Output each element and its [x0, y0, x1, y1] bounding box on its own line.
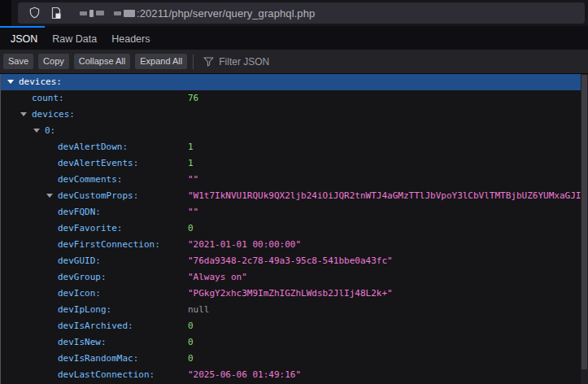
- twisty-spacer: [46, 322, 53, 329]
- twisty-icon[interactable]: [20, 111, 27, 117]
- scrollbar[interactable]: [581, 74, 588, 384]
- twisty-spacer: [46, 290, 53, 296]
- json-key: devGroup:: [58, 272, 107, 282]
- twisty-spacer: [46, 371, 53, 377]
- twisty-spacer: [46, 257, 53, 264]
- json-key: devAlertDown:: [58, 142, 128, 152]
- json-value: 0: [188, 351, 194, 367]
- twisty-spacer: [46, 241, 53, 247]
- json-key: devFQDN:: [58, 207, 101, 217]
- json-row[interactable]: devIsNew:0: [1, 334, 588, 351]
- json-key: devIcon:: [58, 288, 101, 299]
- tab-raw-data[interactable]: Raw Data: [45, 26, 104, 50]
- json-row[interactable]: devFavorite:0: [1, 220, 588, 237]
- json-row[interactable]: 0:: [1, 123, 588, 139]
- json-row[interactable]: devIsRandomMac:0: [1, 351, 588, 367]
- toolbar-separator: [193, 55, 194, 69]
- json-key: count:: [32, 93, 64, 103]
- json-key: devFirstConnection:: [58, 239, 160, 250]
- json-value: 0: [188, 334, 194, 351]
- twisty-spacer: [20, 94, 27, 101]
- json-row[interactable]: devCustomProps:"W1t7IkNVU1RQUk9QX2ljb24i…: [1, 188, 588, 204]
- json-row[interactable]: devComments:"": [1, 172, 588, 188]
- json-key: devCustomProps:: [58, 190, 138, 201]
- redacted-host: [80, 10, 135, 17]
- json-row[interactable]: devFQDN:"": [1, 204, 588, 220]
- json-value: "PGkgY2xhc3M9ImZhIGZhLWdsb2JlIj48L2k+": [188, 286, 393, 302]
- json-row[interactable]: devIcon:"PGkgY2xhc3M9ImZhIGZhLWdsb2JlIj4…: [1, 286, 588, 302]
- json-key: 0:: [45, 125, 55, 136]
- save-button[interactable]: Save: [3, 54, 33, 69]
- window-edge: [0, 0, 11, 26]
- browser-chrome: :20211/php/server/query_graphql.php: [0, 0, 588, 26]
- json-value: "2021-01-01 00:00:00": [188, 237, 301, 253]
- json-row[interactable]: devGroup:"Always on": [1, 269, 588, 286]
- json-value: "2025-06-06 01:49:16": [188, 367, 301, 383]
- twisty-spacer: [46, 143, 53, 150]
- json-viewer: devices:count:76devices:0:devAlertDown:1…: [0, 74, 588, 384]
- json-tree-rows: devices:count:76devices:0:devAlertDown:1…: [1, 74, 588, 383]
- twisty-icon[interactable]: [46, 192, 53, 199]
- url-bar[interactable]: :20211/php/server/query_graphql.php: [18, 2, 585, 24]
- json-key: devLastConnection:: [58, 369, 155, 380]
- json-row[interactable]: devLastConnection:"2025-06-06 01:49:16": [1, 367, 588, 383]
- json-row[interactable]: devices:: [1, 74, 588, 90]
- copy-button[interactable]: Copy: [38, 54, 69, 69]
- twisty-spacer: [46, 159, 53, 166]
- collapse-all-button[interactable]: Collapse All: [74, 54, 130, 69]
- json-key: devComments:: [58, 174, 122, 185]
- twisty-spacer: [46, 176, 53, 182]
- json-row[interactable]: devAlertEvents:1: [1, 155, 588, 172]
- json-key: devIpLong:: [58, 304, 111, 315]
- json-value: 76: [188, 90, 198, 107]
- json-value: "W1t7IkNVU1RQUk9QX2ljb24iOiJQR2tnWTJ4aGM…: [188, 188, 588, 204]
- json-key: devAlertEvents:: [58, 158, 138, 168]
- json-key: devIsArchived:: [58, 321, 133, 331]
- json-value: "76da9348-2c78-49a3-95c8-541bbe0a43fc": [188, 253, 393, 269]
- json-key: devGUID:: [58, 255, 101, 266]
- json-row[interactable]: devGUID:"76da9348-2c78-49a3-95c8-541bbe0…: [1, 253, 588, 269]
- twisty-icon[interactable]: [33, 127, 40, 133]
- json-row[interactable]: devFirstConnection:"2021-01-01 00:00:00": [1, 237, 588, 253]
- tab-json[interactable]: JSON: [0, 26, 45, 50]
- shield-icon[interactable]: [28, 7, 41, 20]
- twisty-spacer: [46, 273, 53, 280]
- json-value: 1: [188, 155, 194, 172]
- json-row[interactable]: devAlertDown:1: [1, 139, 588, 155]
- json-key: devices:: [32, 109, 75, 120]
- json-key: devices:: [19, 76, 62, 87]
- twisty-spacer: [46, 225, 53, 231]
- page-icon[interactable]: [50, 7, 62, 20]
- filter-json-input[interactable]: [219, 56, 381, 68]
- json-value: "": [188, 172, 198, 188]
- scrollbar-thumb[interactable]: [581, 75, 587, 369]
- json-row[interactable]: devices:: [1, 107, 588, 123]
- json-value: 0: [188, 220, 194, 237]
- tab-headers[interactable]: Headers: [104, 26, 157, 50]
- viewer-tabbar: JSON Raw Data Headers: [0, 26, 588, 50]
- twisty-spacer: [46, 208, 53, 215]
- twisty-spacer: [46, 338, 53, 345]
- twisty-icon[interactable]: [7, 78, 14, 85]
- json-value: "Always on": [188, 269, 247, 286]
- json-value: null: [188, 302, 210, 318]
- json-value: "": [188, 204, 198, 220]
- json-key: devIsRandomMac:: [58, 353, 138, 364]
- url-text: :20211/php/server/query_graphql.php: [137, 7, 315, 20]
- json-key: devIsNew:: [58, 337, 107, 347]
- json-row[interactable]: devIpLong:null: [1, 302, 588, 318]
- filter-icon: [203, 57, 214, 67]
- twisty-spacer: [46, 306, 53, 312]
- expand-all-button[interactable]: Expand All: [135, 54, 187, 69]
- json-toolbar: Save Copy Collapse All Expand All: [0, 50, 588, 74]
- json-key: devFavorite:: [58, 223, 122, 233]
- twisty-spacer: [46, 355, 53, 361]
- json-row[interactable]: count:76: [1, 90, 588, 107]
- json-row[interactable]: devIsArchived:0: [1, 318, 588, 334]
- json-value: 1: [188, 139, 194, 155]
- json-value: 0: [188, 318, 194, 334]
